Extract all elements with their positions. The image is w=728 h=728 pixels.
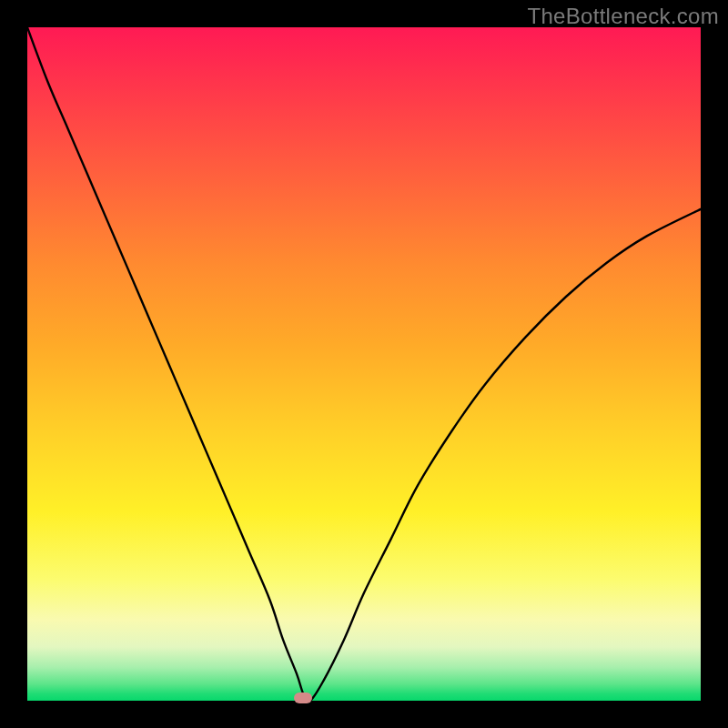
chart-frame: TheBottleneck.com: [0, 0, 728, 728]
optimal-point-marker: [294, 693, 312, 703]
plot-area: [27, 27, 701, 701]
curve-path: [27, 27, 701, 701]
bottleneck-curve: [27, 27, 701, 701]
watermark-text: TheBottleneck.com: [527, 4, 719, 29]
